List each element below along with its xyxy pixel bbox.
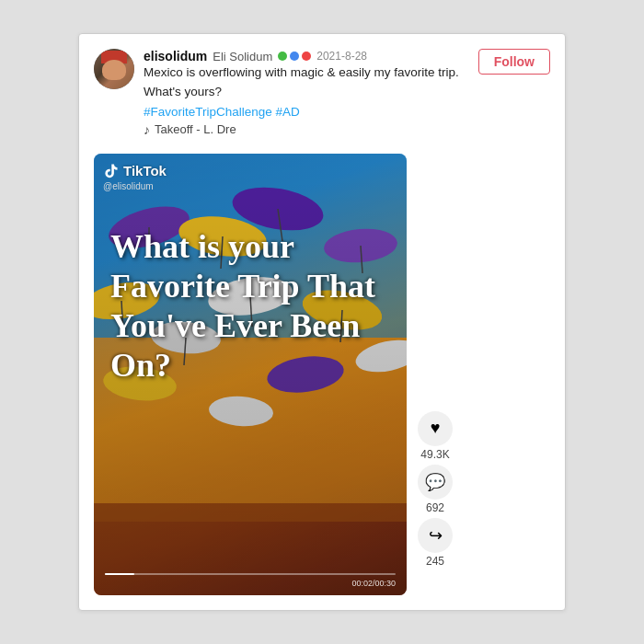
tiktok-name: TikTok: [123, 163, 167, 178]
post-date: 2021-8-28: [316, 50, 367, 63]
dot-green: [278, 52, 287, 61]
video-progress[interactable]: [105, 573, 396, 575]
dot-icons: [278, 52, 311, 61]
music-line: ♪ Takeoff - L. Dre: [144, 122, 478, 137]
username[interactable]: elisolidum: [144, 49, 207, 63]
user-info-section: elisolidum Eli Solidum 2021-8-28 Mexico …: [94, 49, 478, 146]
user-details: elisolidum Eli Solidum 2021-8-28 Mexico …: [144, 49, 478, 146]
music-icon: ♪: [144, 122, 150, 137]
post-header: elisolidum Eli Solidum 2021-8-28 Mexico …: [94, 49, 550, 146]
video-background: TikTok @elisolidum What is your Favorite…: [94, 154, 407, 595]
comment-icon: 💬: [418, 465, 453, 500]
tiktok-handle: @elisolidum: [103, 181, 167, 191]
progress-bar-background: [105, 573, 396, 575]
follow-button[interactable]: Follow: [478, 49, 550, 75]
username-row: elisolidum Eli Solidum 2021-8-28: [144, 49, 478, 63]
display-name: Eli Solidum: [213, 50, 272, 63]
video-section: TikTok @elisolidum What is your Favorite…: [94, 154, 550, 595]
tiktok-logo-icon: [103, 163, 120, 179]
post-card: elisolidum Eli Solidum 2021-8-28 Mexico …: [78, 33, 566, 611]
avatar[interactable]: [94, 49, 134, 89]
video-player[interactable]: TikTok @elisolidum What is your Favorite…: [94, 154, 407, 595]
like-count: 49.3K: [420, 448, 449, 461]
comment-button[interactable]: 💬 692: [418, 465, 453, 514]
post-text: Mexico is overflowing with magic & easil…: [144, 63, 478, 101]
dot-blue: [290, 52, 299, 61]
video-overlay-text: What is your Favorite Trip That You've E…: [110, 227, 390, 386]
share-icon: ↪: [418, 518, 453, 553]
dot-red: [302, 52, 311, 61]
music-text: Takeoff - L. Dre: [155, 122, 236, 136]
hashtags[interactable]: #FavoriteTripChallenge #AD: [144, 105, 478, 119]
heart-icon: ♥: [418, 411, 453, 446]
tiktok-logo: TikTok: [103, 163, 167, 179]
svg-point-22: [208, 394, 274, 428]
tiktok-branding: TikTok @elisolidum: [103, 163, 167, 191]
share-button[interactable]: ↪ 245: [418, 518, 453, 568]
share-count: 245: [426, 555, 444, 568]
video-time: 00:02/00:30: [351, 579, 396, 588]
comment-count: 692: [426, 501, 444, 514]
like-button[interactable]: ♥ 49.3K: [418, 411, 453, 461]
actions-sidebar: ♥ 49.3K 💬 692 ↪ 245: [418, 154, 453, 568]
progress-bar-fill: [105, 573, 134, 575]
